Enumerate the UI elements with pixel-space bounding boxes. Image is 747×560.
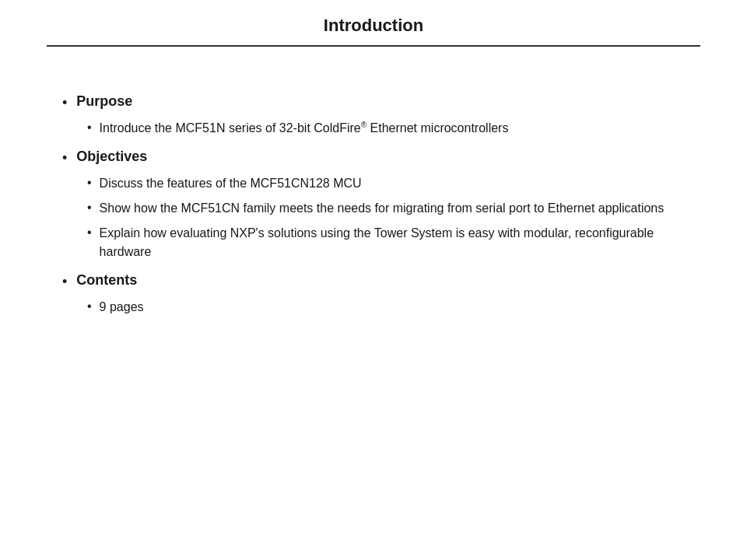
sub-bullet-dot-obj-1: • — [87, 176, 92, 190]
sub-bullet-objectives-3: • Explain how evaluating NXP's solutions… — [87, 224, 700, 261]
sub-bullet-dot-con-1: • — [87, 299, 92, 313]
sub-bullet-objectives-2: • Show how the MCF51CN family meets the … — [87, 199, 700, 218]
sub-bullet-text-obj-3: Explain how evaluating NXP's solutions u… — [100, 224, 700, 261]
sub-bullet-objectives-1: • Discuss the features of the MCF51CN128… — [87, 174, 700, 193]
page-container: Introduction • Purpose • Introduce the M… — [0, 0, 747, 560]
sub-bullet-dot-obj-3: • — [87, 226, 92, 240]
section-purpose: • Purpose • Introduce the MCF51N series … — [62, 93, 700, 138]
page-title: Introduction — [47, 16, 700, 47]
objectives-sub-bullets: • Discuss the features of the MCF51CN128… — [87, 174, 700, 261]
purpose-sub-bullets: • Introduce the MCF51N series of 32-bit … — [87, 119, 700, 138]
sub-bullet-text-obj-2: Show how the MCF51CN family meets the ne… — [100, 199, 665, 218]
objectives-label: Objectives — [76, 149, 147, 165]
contents-label: Contents — [76, 272, 137, 289]
bullet-dot-objectives: • — [62, 150, 67, 166]
sub-bullet-dot-1: • — [87, 121, 92, 135]
contents-sub-bullets: • 9 pages — [87, 298, 700, 317]
section-contents: • Contents • 9 pages — [62, 272, 700, 317]
sub-bullet-text-con-1: 9 pages — [100, 298, 144, 317]
main-bullet-objectives: • Objectives — [62, 149, 700, 166]
section-objectives: • Objectives • Discuss the features of t… — [62, 149, 700, 261]
sub-bullet-dot-obj-2: • — [87, 201, 92, 215]
sub-bullet-text-obj-1: Discuss the features of the MCF51CN128 M… — [100, 174, 362, 193]
main-bullet-contents: • Contents — [62, 272, 700, 290]
bullet-dot-contents: • — [62, 274, 67, 290]
bullet-dot-purpose: • — [62, 95, 67, 111]
sub-bullet-text-purpose-1: Introduce the MCF51N series of 32-bit Co… — [100, 119, 509, 138]
purpose-label: Purpose — [76, 93, 132, 110]
main-bullet-purpose: • Purpose — [62, 93, 700, 111]
sub-bullet-purpose-1: • Introduce the MCF51N series of 32-bit … — [87, 119, 700, 138]
content-area: • Purpose • Introduce the MCF51N series … — [47, 93, 700, 317]
sub-bullet-contents-1: • 9 pages — [87, 298, 700, 317]
